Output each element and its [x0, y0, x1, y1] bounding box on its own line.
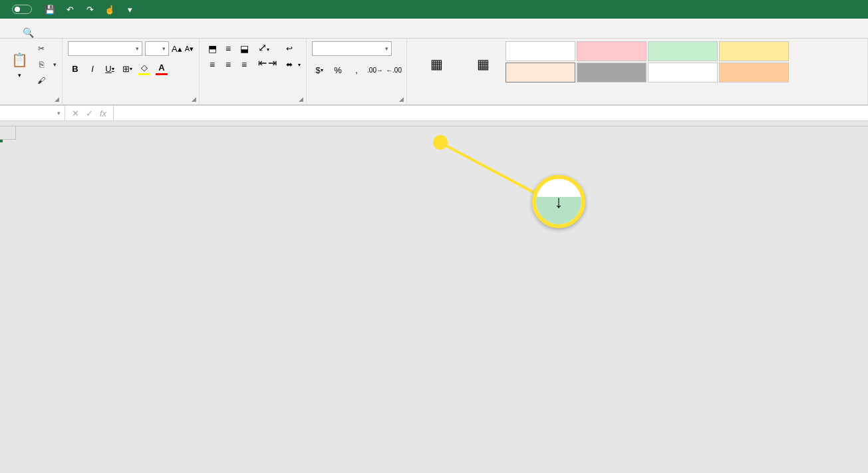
- callout-magnifier: ↓: [532, 175, 585, 228]
- chevron-down-icon: ▾: [385, 45, 388, 52]
- toggle-pill[interactable]: [12, 5, 32, 14]
- active-cell-outline: [0, 140, 3, 142]
- bold-button[interactable]: B: [68, 61, 82, 76]
- number-format-combo[interactable]: ▾: [312, 41, 392, 56]
- decrease-indent-icon[interactable]: ⇤: [258, 57, 267, 69]
- italic-button[interactable]: I: [85, 61, 100, 76]
- copy-icon: ⎘: [36, 60, 47, 69]
- increase-indent-icon[interactable]: ⇥: [268, 57, 277, 69]
- cell-styles-gallery[interactable]: [506, 41, 789, 82]
- align-middle-icon[interactable]: ≡: [221, 41, 235, 56]
- merge-icon: ⬌: [286, 60, 293, 69]
- accounting-format-button[interactable]: $▾: [312, 63, 327, 77]
- autosave-toggle[interactable]: [8, 5, 32, 14]
- merge-center-button[interactable]: ⬌▾: [286, 57, 301, 72]
- styles-group: ▦ ▦: [407, 39, 868, 104]
- decrease-font-icon[interactable]: A▾: [185, 45, 194, 53]
- style-neutral[interactable]: [719, 41, 789, 61]
- font-size-combo[interactable]: ▾: [145, 41, 169, 56]
- cut-button[interactable]: ✂: [36, 41, 57, 56]
- percent-format-button[interactable]: %: [331, 63, 345, 77]
- border-button[interactable]: ⊞▾: [120, 61, 134, 76]
- increase-decimal-button[interactable]: .00→: [368, 63, 382, 77]
- chevron-down-icon: ▾: [57, 110, 61, 116]
- number-dialog-launcher[interactable]: ◢: [397, 95, 405, 103]
- clipboard-dialog-launcher[interactable]: ◢: [53, 95, 61, 103]
- brush-icon: 🖌: [36, 76, 47, 85]
- ribbon-tabs: 🔍: [0, 19, 868, 39]
- style-calculation[interactable]: [506, 63, 575, 82]
- font-color-button[interactable]: A: [154, 61, 169, 76]
- chevron-down-icon: ▾: [18, 72, 21, 79]
- search-icon: 🔍: [23, 27, 34, 38]
- quick-access-toolbar: 💾 ↶ ↷ ☝ ▾: [44, 3, 136, 15]
- scissors-icon: ✂: [36, 44, 47, 53]
- comma-format-button[interactable]: ,: [349, 63, 364, 77]
- paste-button[interactable]: 📋 ▾: [5, 41, 33, 88]
- clipboard-group: 📋 ▾ ✂ ⎘▾ 🖌 ◢: [0, 39, 63, 104]
- paste-icon: 📋: [10, 51, 29, 69]
- search-box[interactable]: 🔍: [23, 27, 38, 38]
- style-check-cell[interactable]: [577, 63, 647, 82]
- table-icon: ▦: [474, 55, 492, 73]
- redo-icon[interactable]: ↷: [84, 3, 96, 15]
- fill-color-button[interactable]: ◇: [137, 61, 152, 76]
- customize-qat-icon[interactable]: ▾: [124, 3, 136, 15]
- title-bar: 💾 ↶ ↷ ☝ ▾: [0, 0, 868, 19]
- chevron-down-icon: ▾: [136, 45, 139, 52]
- enter-icon[interactable]: ✓: [86, 108, 93, 118]
- ribbon: 📋 ▾ ✂ ⎘▾ 🖌 ◢ ▾ ▾ A▴ A▾ B I U▾: [0, 39, 868, 105]
- copy-button[interactable]: ⎘▾: [36, 57, 57, 72]
- style-good[interactable]: [648, 41, 718, 61]
- cancel-icon[interactable]: ✕: [72, 108, 79, 118]
- font-dialog-launcher[interactable]: ◢: [190, 95, 198, 103]
- formula-bar: ▾ ✕ ✓ fx: [0, 105, 868, 121]
- format-painter-button[interactable]: 🖌: [36, 73, 57, 88]
- orientation-button[interactable]: ⤢▾: [258, 41, 269, 54]
- increase-font-icon[interactable]: A▴: [172, 44, 182, 54]
- callout-anchor-dot: [433, 135, 448, 150]
- fx-icon[interactable]: fx: [100, 108, 106, 118]
- style-bad[interactable]: [577, 41, 647, 61]
- format-as-table-button[interactable]: ▦: [463, 41, 503, 88]
- callout-connector-line: [440, 142, 544, 199]
- alignment-group: ⬒ ≡ ⬓ ≡ ≡ ≡ ⤢▾ ⇤ ⇥ ↩ ⬌▾: [200, 39, 307, 104]
- number-group: ▾ $▾ % , .00→ ←.00 ◢: [307, 39, 407, 104]
- wrap-icon: ↩: [286, 44, 293, 53]
- underline-button[interactable]: U▾: [102, 61, 117, 76]
- bucket-icon: ◇: [141, 63, 148, 73]
- wrap-text-button[interactable]: ↩: [286, 41, 301, 56]
- align-center-icon[interactable]: ≡: [221, 57, 235, 72]
- cursor-down-arrow-icon: ↓: [555, 192, 563, 212]
- font-name-combo[interactable]: ▾: [68, 41, 142, 56]
- align-bottom-icon[interactable]: ⬓: [237, 41, 251, 56]
- style-normal[interactable]: [506, 41, 575, 61]
- select-all-corner[interactable]: [0, 126, 16, 140]
- undo-icon[interactable]: ↶: [64, 3, 76, 15]
- touch-mode-icon[interactable]: ☝: [104, 3, 116, 15]
- align-top-icon[interactable]: ⬒: [205, 41, 219, 56]
- style-explanatory[interactable]: [648, 63, 718, 82]
- save-icon[interactable]: 💾: [44, 3, 56, 15]
- font-group: ▾ ▾ A▴ A▾ B I U▾ ⊞▾ ◇ A ◢: [63, 39, 200, 104]
- name-box[interactable]: ▾: [0, 106, 65, 120]
- conditional-formatting-icon: ▦: [427, 55, 446, 73]
- alignment-dialog-launcher[interactable]: ◢: [297, 95, 305, 103]
- align-right-icon[interactable]: ≡: [237, 57, 251, 72]
- conditional-formatting-button[interactable]: ▦: [412, 41, 460, 88]
- chevron-down-icon: ▾: [162, 45, 166, 52]
- style-input[interactable]: [719, 63, 789, 82]
- decrease-decimal-button[interactable]: ←.00: [386, 63, 401, 77]
- align-left-icon[interactable]: ≡: [205, 57, 219, 72]
